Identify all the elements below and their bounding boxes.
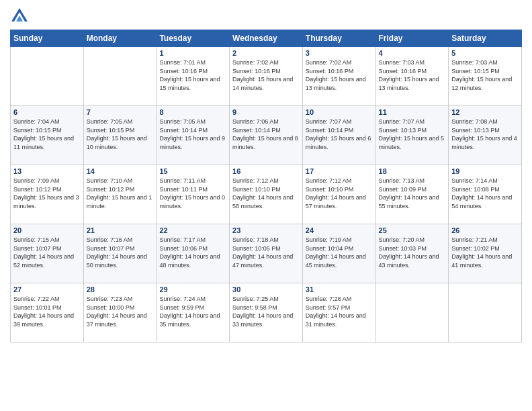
day-info: Sunrise: 7:21 AMSunset: 10:02 PMDaylight… [451, 236, 519, 269]
day-info: Sunrise: 7:06 AMSunset: 10:14 PMDaylight… [232, 118, 300, 151]
day-number: 23 [232, 226, 300, 234]
calendar-cell: 27Sunrise: 7:22 AMSunset: 10:01 PMDaylig… [11, 283, 84, 342]
day-info: Sunrise: 7:02 AMSunset: 10:16 PMDaylight… [306, 58, 373, 92]
calendar-cell [449, 283, 522, 342]
calendar-cell: 19Sunrise: 7:14 AMSunset: 10:08 PMDaylig… [449, 165, 522, 224]
calendar-cell: 15Sunrise: 7:11 AMSunset: 10:11 PMDaylig… [157, 165, 230, 224]
day-info: Sunrise: 7:03 AMSunset: 10:15 PMDaylight… [451, 58, 519, 92]
calendar-cell: 17Sunrise: 7:12 AMSunset: 10:10 PMDaylig… [302, 165, 375, 224]
day-info: Sunrise: 7:11 AMSunset: 10:11 PMDaylight… [159, 177, 226, 210]
logo-icon [10, 7, 29, 26]
weekday-friday: Friday [375, 30, 449, 47]
day-info: Sunrise: 7:05 AMSunset: 10:15 PMDaylight… [87, 118, 154, 151]
calendar-cell [83, 47, 157, 106]
calendar-cell: 26Sunrise: 7:21 AMSunset: 10:02 PMDaylig… [449, 224, 522, 283]
day-number: 18 [379, 167, 446, 175]
calendar-cell: 22Sunrise: 7:17 AMSunset: 10:06 PMDaylig… [157, 224, 230, 283]
day-info: Sunrise: 7:15 AMSunset: 10:07 PMDaylight… [13, 236, 81, 269]
calendar-week-5: 27Sunrise: 7:22 AMSunset: 10:01 PMDaylig… [11, 283, 522, 342]
calendar-cell: 16Sunrise: 7:12 AMSunset: 10:10 PMDaylig… [230, 165, 303, 224]
calendar-cell: 24Sunrise: 7:19 AMSunset: 10:04 PMDaylig… [302, 224, 375, 283]
calendar-cell: 28Sunrise: 7:23 AMSunset: 10:00 PMDaylig… [83, 283, 157, 342]
day-number: 9 [232, 108, 300, 116]
day-info: Sunrise: 7:13 AMSunset: 10:09 PMDaylight… [379, 177, 446, 210]
day-info: Sunrise: 7:20 AMSunset: 10:03 PMDaylight… [379, 236, 446, 269]
day-number: 5 [451, 49, 519, 57]
day-info: Sunrise: 7:24 AMSunset: 9:59 PMDaylight:… [159, 295, 226, 328]
day-info: Sunrise: 7:07 AMSunset: 10:13 PMDaylight… [379, 118, 446, 151]
calendar-week-3: 13Sunrise: 7:09 AMSunset: 10:12 PMDaylig… [11, 165, 522, 224]
day-number: 6 [13, 108, 81, 116]
calendar-cell: 14Sunrise: 7:10 AMSunset: 10:12 PMDaylig… [83, 165, 157, 224]
day-number: 21 [87, 226, 154, 234]
weekday-saturday: Saturday [449, 30, 522, 47]
weekday-wednesday: Wednesday [230, 30, 303, 47]
day-number: 27 [13, 285, 81, 293]
calendar-cell: 1Sunrise: 7:01 AMSunset: 10:16 PMDayligh… [157, 47, 230, 106]
day-info: Sunrise: 7:09 AMSunset: 10:12 PMDaylight… [13, 177, 81, 210]
day-number: 28 [87, 285, 154, 293]
weekday-sunday: Sunday [11, 30, 84, 47]
calendar-cell: 6Sunrise: 7:04 AMSunset: 10:15 PMDayligh… [11, 106, 84, 165]
header [10, 7, 522, 26]
day-info: Sunrise: 7:02 AMSunset: 10:16 PMDaylight… [232, 58, 300, 92]
day-number: 30 [232, 285, 300, 293]
calendar-cell [375, 283, 449, 342]
day-info: Sunrise: 7:10 AMSunset: 10:12 PMDaylight… [87, 177, 154, 210]
day-info: Sunrise: 7:04 AMSunset: 10:15 PMDaylight… [13, 118, 81, 151]
day-number: 24 [306, 226, 373, 234]
day-number: 16 [232, 167, 300, 175]
calendar-cell: 2Sunrise: 7:02 AMSunset: 10:16 PMDayligh… [230, 47, 303, 106]
calendar-cell: 3Sunrise: 7:02 AMSunset: 10:16 PMDayligh… [302, 47, 375, 106]
day-number: 17 [306, 167, 373, 175]
calendar-cell: 25Sunrise: 7:20 AMSunset: 10:03 PMDaylig… [375, 224, 449, 283]
day-number: 29 [159, 285, 226, 293]
day-info: Sunrise: 7:26 AMSunset: 9:57 PMDaylight:… [306, 295, 373, 328]
day-number: 19 [451, 167, 519, 175]
calendar-cell: 30Sunrise: 7:25 AMSunset: 9:58 PMDayligh… [230, 283, 303, 342]
day-number: 7 [87, 108, 154, 116]
logo [10, 7, 32, 26]
day-number: 15 [159, 167, 226, 175]
calendar-cell: 29Sunrise: 7:24 AMSunset: 9:59 PMDayligh… [157, 283, 230, 342]
day-info: Sunrise: 7:03 AMSunset: 10:16 PMDaylight… [379, 58, 446, 92]
calendar-table: SundayMondayTuesdayWednesdayThursdayFrid… [10, 30, 522, 342]
weekday-thursday: Thursday [302, 30, 375, 47]
day-info: Sunrise: 7:05 AMSunset: 10:14 PMDaylight… [159, 118, 226, 151]
day-number: 22 [159, 226, 226, 234]
day-info: Sunrise: 7:17 AMSunset: 10:06 PMDaylight… [159, 236, 226, 269]
day-number: 10 [306, 108, 373, 116]
day-number: 13 [13, 167, 81, 175]
day-info: Sunrise: 7:01 AMSunset: 10:16 PMDaylight… [159, 58, 226, 92]
calendar-cell: 8Sunrise: 7:05 AMSunset: 10:14 PMDayligh… [157, 106, 230, 165]
day-info: Sunrise: 7:08 AMSunset: 10:13 PMDaylight… [451, 118, 519, 151]
day-number: 4 [379, 49, 446, 57]
day-number: 1 [159, 49, 226, 57]
calendar-cell: 10Sunrise: 7:07 AMSunset: 10:14 PMDaylig… [302, 106, 375, 165]
calendar-cell: 9Sunrise: 7:06 AMSunset: 10:14 PMDayligh… [230, 106, 303, 165]
calendar-cell: 7Sunrise: 7:05 AMSunset: 10:15 PMDayligh… [83, 106, 157, 165]
day-info: Sunrise: 7:18 AMSunset: 10:05 PMDaylight… [232, 236, 300, 269]
day-number: 14 [87, 167, 154, 175]
day-number: 3 [306, 49, 373, 57]
day-info: Sunrise: 7:25 AMSunset: 9:58 PMDaylight:… [232, 295, 300, 328]
day-info: Sunrise: 7:12 AMSunset: 10:10 PMDaylight… [232, 177, 300, 210]
day-number: 11 [379, 108, 446, 116]
day-number: 31 [306, 285, 373, 293]
day-number: 25 [379, 226, 446, 234]
day-info: Sunrise: 7:16 AMSunset: 10:07 PMDaylight… [87, 236, 154, 269]
day-info: Sunrise: 7:22 AMSunset: 10:01 PMDaylight… [13, 295, 81, 328]
day-number: 20 [13, 226, 81, 234]
day-number: 8 [159, 108, 226, 116]
day-info: Sunrise: 7:14 AMSunset: 10:08 PMDaylight… [451, 177, 519, 210]
weekday-tuesday: Tuesday [157, 30, 230, 47]
calendar-cell: 21Sunrise: 7:16 AMSunset: 10:07 PMDaylig… [83, 224, 157, 283]
calendar-cell: 18Sunrise: 7:13 AMSunset: 10:09 PMDaylig… [375, 165, 449, 224]
calendar-cell: 4Sunrise: 7:03 AMSunset: 10:16 PMDayligh… [375, 47, 449, 106]
day-info: Sunrise: 7:07 AMSunset: 10:14 PMDaylight… [306, 118, 373, 151]
day-info: Sunrise: 7:12 AMSunset: 10:10 PMDaylight… [306, 177, 373, 210]
day-number: 2 [232, 49, 300, 57]
calendar-cell: 12Sunrise: 7:08 AMSunset: 10:13 PMDaylig… [449, 106, 522, 165]
calendar-week-1: 1Sunrise: 7:01 AMSunset: 10:16 PMDayligh… [11, 47, 522, 106]
calendar-cell: 23Sunrise: 7:18 AMSunset: 10:05 PMDaylig… [230, 224, 303, 283]
